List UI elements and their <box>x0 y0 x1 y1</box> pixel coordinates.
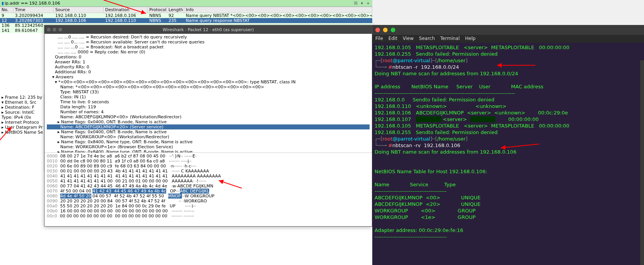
menu-view[interactable]: View <box>403 36 413 42</box>
tree-line[interactable]: Time to live: 0 seconds <box>47 99 370 104</box>
tree-line[interactable]: .... ...0 .... .... = Recursion desired:… <box>47 35 370 40</box>
hex-line[interactable]: 0070 4f 50 00 04 00 41 42 43 44 45 46 47… <box>47 189 370 194</box>
tree-line[interactable]: Answer RRs: 1 <box>47 60 370 65</box>
col-header-no[interactable]: No. <box>0 7 13 13</box>
hex-dump-pane[interactable]: 0000 08 00 27 1e 7d 4e bc a8 a6 b2 cf 87… <box>45 153 372 218</box>
terminal-output[interactable]: 192.168.0.105 METASPLOITABLE <server> ME… <box>372 43 644 242</box>
tree-line[interactable]: ▾ *<00><00><00><00><00><00><00><00><00><… <box>47 80 370 84</box>
hex-line[interactable]: 0000 08 00 27 1e 7d 4e bc a8 a6 b2 cf 87… <box>47 154 370 159</box>
display-filter-input[interactable] <box>5 1 353 6</box>
col-header-protocol[interactable]: Protocol <box>148 7 167 13</box>
tree-line[interactable]: Authority RRs: 0 <box>47 65 370 70</box>
tree-item[interactable]: Type: IPv4 (0x <box>1 115 43 120</box>
packet-popup-window: Wireshark · Packet 12 · eth0 (as superus… <box>44 25 372 227</box>
hex-line[interactable]: 0060 00 77 04 41 42 43 44 45 46 47 49 4a… <box>47 184 370 189</box>
tree-item[interactable]: ▸ Internet Protoco <box>1 120 43 125</box>
terminal-line <box>375 155 642 162</box>
term-max-icon[interactable] <box>391 28 395 32</box>
terminal-titlebar[interactable] <box>372 25 644 35</box>
tree-line[interactable]: Class: IN (1) <box>47 94 370 99</box>
hex-line[interactable]: 00c0 00 00 00 00 00 00 00 00 00 00 00 00… <box>47 214 370 218</box>
packet-row[interactable]: 93.202099434192.168.0.110192.168.0.106NB… <box>0 13 372 18</box>
hex-line[interactable]: 0050 41 41 41 41 41 41 41 00 00 21 00 01… <box>47 179 370 184</box>
tree-line[interactable]: Name: ABCDEFGIJKLMNOP<00> (Workstation/R… <box>47 114 370 119</box>
window-max-icon[interactable] <box>58 28 62 31</box>
tree-line[interactable]: Questions: 0 <box>47 55 370 60</box>
terminal-line: WORKGROUP <00> GROUP <box>375 207 642 214</box>
terminal-line: ┌─[root@parrot-virtual]─[/home/user] <box>375 136 642 142</box>
menu-edit[interactable]: Edit <box>388 36 397 42</box>
hex-line[interactable]: 0030 00 01 00 00 00 00 20 43 4b 41 41 41… <box>47 169 370 174</box>
hex-line[interactable]: 0040 41 41 41 41 41 41 41 41 41 41 41 41… <box>47 174 370 179</box>
window-close-icon[interactable] <box>47 28 51 31</box>
terminal-line: ---------------------------------------- <box>375 188 642 194</box>
terminal-line: 192.168.0.106 ABCDEFGIJKLMNOP <server> <… <box>375 109 642 116</box>
tree-item[interactable]: ▸ Destination: F <box>1 105 43 110</box>
terminal-line: Doing NBT name scan for addresses from 1… <box>375 70 642 77</box>
terminal-line: Adapter address: 00:0c:29:0e:fe:16 <box>375 227 642 234</box>
terminal-line: ┌─[root@parrot-virtual]─[/home/user] <box>375 57 642 64</box>
tree-line[interactable]: Name: WORKGROUP<1e> (Browser Election Se… <box>47 144 370 149</box>
menu-terminal[interactable]: Terminal <box>440 36 460 42</box>
tree-line[interactable]: .... .... ...0 .... = Broadcast: Not a b… <box>47 45 370 50</box>
terminal-line: └──╼ #nbtscan -r 192.168.0.0/24 <box>375 64 642 70</box>
terminal-scrollbar[interactable] <box>640 60 644 265</box>
terminal-line: 192.168.0.107 <server> 00:00:00:00 <box>375 116 642 123</box>
tree-line[interactable]: Name: *<00><00><00><00><00><00><00><00><… <box>47 84 370 89</box>
tree-line[interactable]: ▸ Name flags: 0x8400, Name type, ONT: B-… <box>47 149 370 153</box>
bookmark-icon[interactable]: ▮ <box>2 1 4 6</box>
tree-line[interactable]: Type: NBSTAT (33) <box>47 89 370 94</box>
hex-line[interactable]: 00a0 55 50 20 20 20 20 20 20 1e 84 00 00… <box>47 204 370 209</box>
terminal-line: ABCDEFGIJKLMNOP <00> UNIQUE <box>375 194 642 201</box>
menu-help[interactable]: Help <box>465 36 476 42</box>
tree-line[interactable]: ▸ Name flags: 0x0400, ONT: B-node, Name … <box>47 129 370 134</box>
terminal-window: FileEditViewSearchTerminalHelp 192.168.0… <box>372 25 644 265</box>
hex-line[interactable]: 0020 00 6e 00 89 00 89 00 c9 fe 68 03 63… <box>47 164 370 169</box>
term-close-icon[interactable] <box>375 28 380 32</box>
tree-item[interactable]: ▸ Frame 12: 235 by <box>1 95 43 100</box>
menu-file[interactable]: File <box>375 36 383 42</box>
col-header-destination[interactable]: Destination <box>104 7 148 13</box>
popup-titlebar[interactable]: Wireshark · Packet 12 · eth0 (as superus… <box>45 25 372 34</box>
terminal-menubar: FileEditViewSearchTerminalHelp <box>372 35 644 43</box>
col-header-time[interactable]: Time <box>13 7 54 13</box>
packet-details-tree[interactable]: ▸ Frame 12: 235 by▾ Ethernet II, Src ▸ D… <box>0 94 44 171</box>
terminal-line: 192.168.0.0 Sendto failed: Permission de… <box>375 96 642 103</box>
terminal-line: Name Service Type <box>375 181 642 188</box>
terminal-line <box>375 220 642 227</box>
tree-line[interactable]: Number of names: 4 <box>47 109 370 114</box>
hex-line[interactable]: 0080 4d 4e 4f 50 20 04 00 57 4f 52 4b 47… <box>47 194 370 199</box>
menu-search[interactable]: Search <box>419 36 435 42</box>
term-min-icon[interactable] <box>383 28 388 32</box>
tree-item[interactable]: ▸ Source: IntelC <box>1 110 43 115</box>
tree-line[interactable]: ▸ Name flags: 0x8400, Name type, ONT: B-… <box>47 139 370 144</box>
hex-line[interactable]: 0090 20 20 20 20 20 20 00 84 00 57 4f 52… <box>47 199 370 204</box>
popup-title-text: Wireshark · Packet 12 · eth0 (as superus… <box>163 27 254 32</box>
tree-item[interactable]: ▸ User Datagram Pr <box>1 125 43 130</box>
terminal-line: NetBIOS Name Table for Host 192.168.0.10… <box>375 168 642 175</box>
tree-line[interactable]: Name: WORKGROUP<00> (Workstation/Redirec… <box>47 134 370 139</box>
hex-line[interactable]: 00b0 16 00 00 00 00 00 00 00 00 00 00 00… <box>47 209 370 214</box>
tree-line[interactable]: .... .... .... 0000 = Reply code: No err… <box>47 50 370 55</box>
tree-item[interactable]: ▾ Ethernet II, Src <box>1 100 43 105</box>
packet-row[interactable]: 123.202867303192.168.0.106192.168.0.110N… <box>0 18 372 23</box>
tree-line[interactable]: Additional RRs: 0 <box>47 70 370 75</box>
col-header-source[interactable]: Source <box>54 7 104 13</box>
col-header-info[interactable]: Info <box>184 7 372 13</box>
add-filter-icon[interactable]: + <box>365 1 371 6</box>
tree-line[interactable]: Data length: 119 <box>47 104 370 109</box>
terminal-line: 192.168.0.105 METASPLOITABLE <server> ME… <box>375 44 642 51</box>
hex-line[interactable]: 0010 00 dd 0e c8 00 00 80 11 a9 1f c0 a8… <box>47 159 370 164</box>
tree-line[interactable]: ▾ Answers <box>47 75 370 80</box>
tree-line[interactable]: .... .... 0... .... = Recursion availabl… <box>47 40 370 45</box>
clear-filter-icon[interactable]: ☒ <box>353 1 358 6</box>
tree-line-selected[interactable]: Name: ABCDEFGIJKLMNOP<20> (Server servic… <box>47 124 370 129</box>
col-header-length[interactable]: Length <box>167 7 184 13</box>
apply-filter-icon[interactable]: ▾ <box>359 1 365 6</box>
window-min-icon[interactable] <box>53 28 56 31</box>
tree-item[interactable]: ▸ NetBIOS Name Ser <box>1 130 43 135</box>
terminal-line: └──╼ #nbtscan -rv 192.168.0.106 <box>375 142 642 149</box>
terminal-line: WORKGROUP <1e> GROUP <box>375 214 642 220</box>
tree-line[interactable]: ▸ Name flags: 0x0400, ONT: B-node, Name … <box>47 119 370 124</box>
packet-tree-pane[interactable]: .... ...0 .... .... = Recursion desired:… <box>45 34 372 153</box>
